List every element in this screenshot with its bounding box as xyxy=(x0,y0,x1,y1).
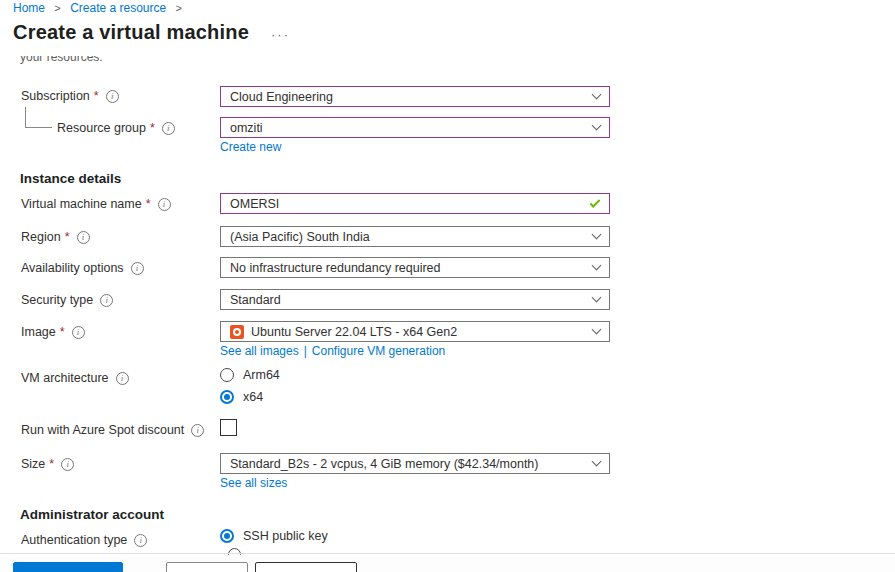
required-marker: * xyxy=(146,197,151,211)
image-links: See all images|Configure VM generation xyxy=(220,344,445,358)
info-icon[interactable]: i xyxy=(131,262,144,275)
more-options-button[interactable]: ··· xyxy=(271,27,290,42)
footer-primary-button[interactable] xyxy=(13,562,123,572)
region-select[interactable]: (Asia Pacific) South India xyxy=(220,226,610,247)
vm-architecture-label: VM architecture i xyxy=(21,371,129,385)
ubuntu-logo-icon xyxy=(230,325,244,339)
resource-group-select[interactable]: omziti xyxy=(220,117,610,138)
configure-vm-generation-link[interactable]: Configure VM generation xyxy=(312,344,445,358)
breadcrumb: Home > Create a resource > xyxy=(13,1,188,15)
chevron-down-icon xyxy=(592,90,602,100)
breadcrumb-separator: > xyxy=(54,2,60,14)
resource-group-label: Resource group* i xyxy=(57,121,175,135)
authentication-type-label: Authentication type i xyxy=(21,533,147,547)
chevron-down-icon xyxy=(592,230,602,240)
availability-options-label: Availability options i xyxy=(21,261,144,275)
security-type-select[interactable]: Standard xyxy=(220,289,610,310)
info-icon[interactable]: i xyxy=(191,424,204,437)
breadcrumb-separator: > xyxy=(176,2,182,14)
radio-icon xyxy=(220,390,234,404)
subscription-select[interactable]: Cloud Engineering xyxy=(220,86,610,107)
chevron-down-icon xyxy=(592,457,602,467)
info-icon[interactable]: i xyxy=(162,122,175,135)
radio-icon xyxy=(220,529,234,543)
chevron-down-icon xyxy=(592,121,602,131)
info-icon[interactable]: i xyxy=(158,198,171,211)
page-title: Create a virtual machine xyxy=(13,21,249,44)
info-icon[interactable]: i xyxy=(100,294,113,307)
required-marker: * xyxy=(94,89,99,103)
clipped-scroll-text: your resources. xyxy=(20,56,103,64)
info-icon[interactable]: i xyxy=(77,231,90,244)
size-label: Size* i xyxy=(21,457,74,471)
image-select[interactable]: Ubuntu Server 22.04 LTS - x64 Gen2 xyxy=(220,321,610,342)
radio-icon xyxy=(220,368,234,382)
footer-divider xyxy=(0,553,895,554)
links-separator: | xyxy=(304,344,307,358)
see-all-images-link[interactable]: See all images xyxy=(220,344,299,358)
valid-check-icon xyxy=(590,197,601,208)
chevron-down-icon xyxy=(592,325,602,335)
breadcrumb-create-a-resource[interactable]: Create a resource xyxy=(70,1,166,15)
required-marker: * xyxy=(65,230,70,244)
image-label: Image* i xyxy=(21,325,85,339)
footer-tertiary-button[interactable] xyxy=(255,562,357,572)
footer-secondary-button[interactable] xyxy=(166,562,248,572)
azure-spot-checkbox[interactable] xyxy=(220,419,237,436)
region-label: Region* i xyxy=(21,230,90,244)
size-select[interactable]: Standard_B2s - 2 vcpus, 4 GiB memory ($4… xyxy=(220,453,610,474)
info-icon[interactable]: i xyxy=(116,372,129,385)
administrator-account-header: Administrator account xyxy=(20,507,164,522)
subscription-label: Subscription* i xyxy=(21,89,119,103)
vm-name-input[interactable]: OMERSI xyxy=(220,193,610,214)
subscription-resource-connector xyxy=(25,107,52,128)
instance-details-header: Instance details xyxy=(20,171,121,186)
chevron-down-icon xyxy=(592,293,602,303)
breadcrumb-home[interactable]: Home xyxy=(13,1,45,15)
see-all-sizes-link[interactable]: See all sizes xyxy=(220,476,287,490)
info-icon[interactable]: i xyxy=(106,90,119,103)
info-icon[interactable]: i xyxy=(72,326,85,339)
arch-option-arm64[interactable]: Arm64 xyxy=(220,368,280,382)
create-vm-page: Home > Create a resource > Create a virt… xyxy=(0,0,895,572)
required-marker: * xyxy=(49,457,54,471)
auth-option-ssh-public-key[interactable]: SSH public key xyxy=(220,529,328,543)
required-marker: * xyxy=(60,325,65,339)
info-icon[interactable]: i xyxy=(134,534,147,547)
chevron-down-icon xyxy=(592,261,602,271)
availability-options-select[interactable]: No infrastructure redundancy required xyxy=(220,257,610,278)
arch-option-x64[interactable]: x64 xyxy=(220,390,263,404)
vm-name-label: Virtual machine name* i xyxy=(21,197,171,211)
create-new-link[interactable]: Create new xyxy=(220,140,281,154)
required-marker: * xyxy=(150,121,155,135)
security-type-label: Security type i xyxy=(21,293,113,307)
info-icon[interactable]: i xyxy=(61,458,74,471)
footer-bar xyxy=(0,555,895,572)
azure-spot-label: Run with Azure Spot discount i xyxy=(21,423,204,437)
